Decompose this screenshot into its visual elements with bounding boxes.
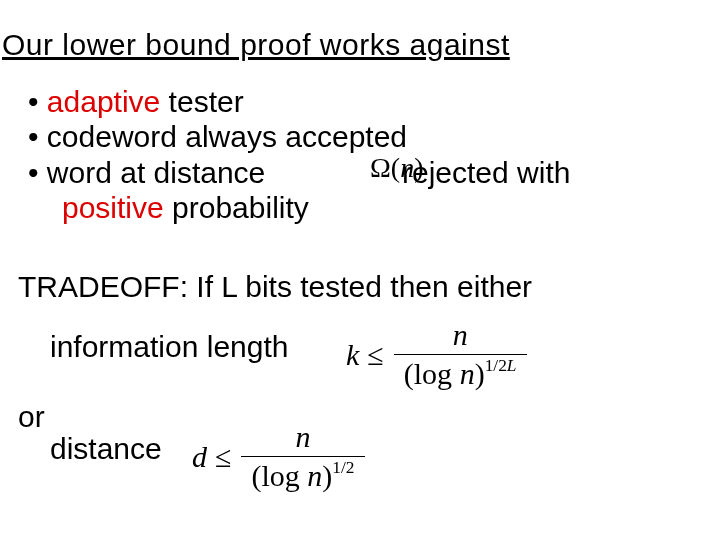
fraction-d: n (log n)1/2 (241, 420, 364, 493)
den-open: (log (404, 357, 460, 390)
positive-word: positive (62, 191, 164, 224)
var-k: k (346, 338, 359, 372)
tradeoff-line: TRADEOFF: If L bits tested then either (18, 270, 532, 304)
omega-open: Ω( (370, 152, 400, 183)
leq-symbol: ≤ (215, 440, 231, 474)
information-length-label: information length (50, 330, 288, 364)
den-var: n (307, 459, 322, 492)
slide: Our lower bound proof works against • ad… (0, 0, 720, 540)
formula-k: k ≤ n (log n)1/2L (346, 318, 527, 391)
leq-symbol: ≤ (367, 338, 383, 372)
exp-num: 1/2 (485, 355, 507, 375)
or-label: or (18, 400, 45, 434)
adaptive-word: adaptive (47, 85, 160, 118)
numerator: n (286, 420, 321, 454)
bullet-text: probability (164, 191, 309, 224)
den-exp: 1/2L (485, 355, 517, 375)
exp-L: L (507, 355, 517, 375)
den-open: (log (251, 459, 307, 492)
var-d: d (192, 440, 207, 474)
den-exp: 1/2 (332, 457, 354, 477)
numerator: n (443, 318, 478, 352)
denominator: (log n)1/2L (394, 357, 527, 391)
slide-heading: Our lower bound proof works against (2, 28, 510, 62)
bullet-marker: • (28, 85, 47, 118)
bullet-text: tester (160, 85, 243, 118)
bullet-codeword: • codeword always accepted (28, 119, 570, 154)
bullet-text: • word at distance (28, 156, 265, 189)
bullet-list: • adaptive tester • codeword always acce… (28, 84, 570, 226)
den-var: n (460, 357, 475, 390)
omega-var: n (400, 152, 414, 183)
omega-close: ) (414, 152, 423, 183)
bullet-distance-line2: positive probability (28, 190, 570, 225)
bullet-adaptive: • adaptive tester (28, 84, 570, 119)
denominator: (log n)1/2 (241, 459, 364, 493)
den-close: ) (322, 459, 332, 492)
omega-n-formula: Ω(n) (370, 152, 423, 184)
fraction-k: n (log n)1/2L (394, 318, 527, 391)
bullet-text: rejected with (402, 156, 570, 189)
bullet-distance-line1: • word at distance rejected with (28, 155, 570, 190)
den-close: ) (475, 357, 485, 390)
distance-label: distance (50, 432, 162, 466)
formula-d: d ≤ n (log n)1/2 (192, 420, 365, 493)
